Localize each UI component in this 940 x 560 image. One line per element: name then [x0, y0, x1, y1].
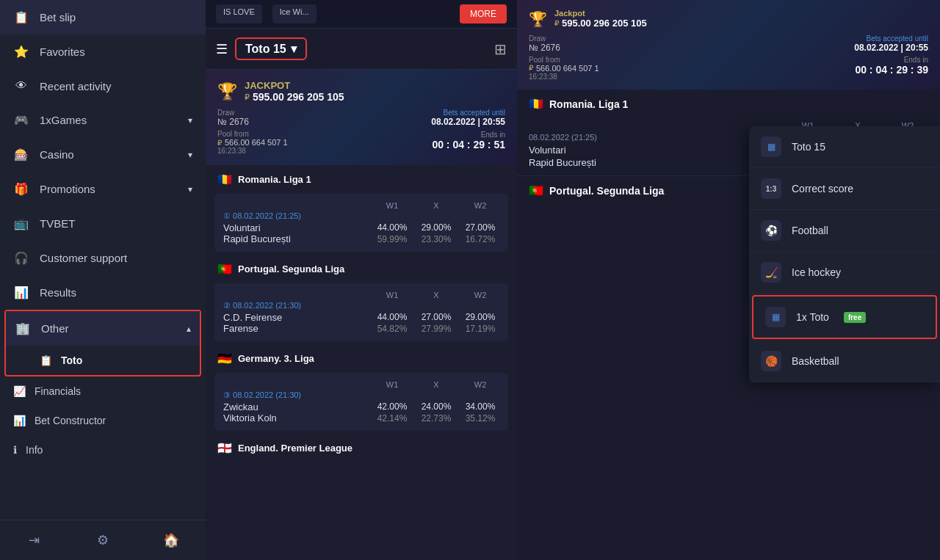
sidebar-label-financials: Financials — [35, 385, 81, 397]
sidebar-item-favorites[interactable]: ⭐ Favorites — [0, 34, 206, 69]
right-jackpot-banner: 🏆 Jackpot ₽ 595.00 296 205 105 Draw № 26… — [517, 0, 940, 90]
sidebar-item-recent-activity[interactable]: 👁 Recent activity — [0, 69, 206, 103]
dropdown-item-correct-score[interactable]: 1:3 Correct score — [749, 168, 940, 210]
ends-time: 00 : 04 : 29 : 51 — [431, 139, 505, 150]
team2-name: Viktoria Koln — [223, 412, 277, 423]
bet-constructor-icon: 📊 — [13, 415, 26, 426]
settings-button[interactable]: ⚙ — [68, 520, 137, 560]
sidebar-item-other[interactable]: 🏢 Other ▴ — [6, 311, 200, 346]
league-name-england: England. Premier League — [238, 443, 352, 454]
dropdown-item-football[interactable]: ⚽ Football — [749, 210, 940, 252]
lock-icon: ₽ — [245, 92, 250, 102]
home-icon: 🏠 — [163, 532, 179, 548]
1x-toto-icon: ▦ — [765, 307, 786, 327]
recent-activity-icon: 👁 — [13, 79, 29, 92]
sidebar-label-other: Other — [41, 322, 69, 335]
dropdown-menu: ▦ Toto 15 1:3 Correct score ⚽ Football 🏒… — [749, 126, 940, 382]
match-card-3: W1 X W2 ③ 08.02.2022 (21:30) Zwickau Vik… — [214, 373, 508, 431]
home-button[interactable]: 🏠 — [137, 520, 206, 560]
england-flag: 🏴󠁧󠁢󠁥󠁮󠁧󠁿 — [217, 441, 232, 455]
sidebar-label-toto: Toto — [61, 354, 82, 366]
more-button[interactable]: MORE — [460, 4, 507, 23]
sidebar-label-bet-constructor: Bet Constructor — [35, 415, 106, 426]
dropdown-item-basketball[interactable]: 🏀 Basketball — [749, 341, 940, 382]
romania-flag-right: 🇷🇴 — [529, 97, 543, 111]
sidebar-item-info[interactable]: ℹ Info — [0, 435, 206, 465]
league-header-germany: 🇩🇪 Germany. 3. Liga — [206, 344, 517, 370]
toto-dropdown-button[interactable]: Toto 15 ▾ — [235, 37, 307, 60]
info-icon: ℹ — [13, 444, 17, 456]
pool-time: 16:23:38 — [217, 147, 288, 155]
w2-val-2: 16.72% — [461, 234, 499, 244]
dropdown-item-ice-hockey[interactable]: 🏒 Ice hockey — [749, 252, 940, 294]
sidebar-label-recent-activity: Recent activity — [40, 80, 112, 92]
financials-icon: 📈 — [13, 385, 26, 397]
league-name-portugal: Portugal. Segunda Liga — [238, 263, 344, 274]
toto15-icon: ▦ — [761, 137, 781, 157]
portugal-flag: 🇵🇹 — [217, 262, 232, 276]
more-btn[interactable]: MORE — [460, 4, 507, 23]
sidebar-item-financials[interactable]: 📈 Financials — [0, 377, 206, 406]
dropdown-label-toto15: Toto 15 — [792, 141, 825, 153]
sidebar-item-customer-support[interactable]: 🎧 Customer support — [0, 241, 206, 275]
sidebar-item-promotions[interactable]: 🎁 Promotions ▾ — [0, 172, 206, 206]
sidebar-item-tvbet[interactable]: 📺 TVBET — [0, 206, 206, 241]
ticker-chip: IS LOVE — [216, 4, 262, 23]
dropdown-item-1x-toto[interactable]: ▦ 1x Toto free — [752, 295, 937, 339]
jackpot-amount-right: 595.00 296 205 105 — [562, 18, 647, 29]
sidebar-item-bet-constructor[interactable]: 📊 Bet Constructor — [0, 406, 206, 435]
sidebar-label-casino: Casino — [40, 148, 74, 161]
basketball-icon: 🏀 — [761, 351, 781, 371]
right-panel-content: 🇷🇴 Romania. Liga 1 W1 X W2 08.02.2022 (2… — [517, 90, 940, 560]
live-ticker: IS LOVE Ice Wi... MORE — [206, 0, 517, 29]
toto-sub-icon: 📋 — [40, 354, 52, 366]
romania-flag: 🇷🇴 — [217, 172, 232, 186]
match-num-1: ① 08.02.2022 (21:25) — [223, 211, 499, 221]
league-header-portugal: 🇵🇹 Portugal. Segunda Liga — [206, 255, 517, 280]
sidebar-label-bet-slip: Bet slip — [40, 11, 76, 23]
pool-amount-right: 566.00 664 507 1 — [536, 64, 599, 73]
draw-label: Draw — [217, 109, 288, 117]
team2-name: Farense — [223, 323, 282, 334]
chevron-down-icon: ▾ — [188, 150, 192, 160]
grid-icon[interactable]: ⊞ — [494, 40, 507, 58]
match-num-2: ② 08.02.2022 (21:30) — [223, 301, 499, 310]
league-header-romania: 🇷🇴 Romania. Liga 1 — [206, 165, 517, 191]
trophy-icon-right: 🏆 — [529, 10, 547, 28]
bets-date: 08.02.2022 | 20:55 — [431, 117, 505, 127]
sidebar-label-info: Info — [26, 444, 43, 456]
sidebar-subitem-toto[interactable]: 📋 Toto — [6, 346, 200, 375]
draw-number-right: № 2676 — [529, 43, 599, 53]
logout-icon: ⇥ — [29, 532, 40, 548]
middle-header: ☰ Toto 15 ▾ ⊞ — [206, 29, 517, 70]
dropdown-item-toto15[interactable]: ▦ Toto 15 — [749, 126, 940, 168]
team2-name: Rapid București — [223, 233, 291, 244]
sidebar-label-tvbet: TVBET — [40, 217, 75, 230]
menu-icon[interactable]: ☰ — [216, 41, 228, 57]
logout-button[interactable]: ⇥ — [0, 520, 68, 560]
x-val: 29.00% — [417, 222, 455, 233]
dropdown-arrow-icon: ▾ — [291, 42, 297, 56]
settings-icon: ⚙ — [97, 532, 109, 548]
sidebar-item-1xgames[interactable]: 🎮 1xGames ▾ — [0, 103, 206, 137]
jackpot-label: Jackpot — [245, 80, 344, 91]
bets-date-right: 08.02.2022 | 20:55 — [854, 43, 928, 53]
bet-slip-icon: 📋 — [13, 10, 29, 24]
right-league-header-romania: 🇷🇴 Romania. Liga 1 — [517, 90, 940, 115]
w1-val: 44.00% — [373, 222, 411, 233]
free-badge: free — [844, 312, 866, 323]
dropdown-label-correct-score: Correct score — [792, 183, 853, 194]
sidebar: 📋 Bet slip ⭐ Favorites 👁 Recent activity… — [0, 0, 206, 560]
match-card-1: W1 X W2 ① 08.02.2022 (21:25) Voluntari R… — [214, 194, 508, 252]
trophy-icon: 🏆 — [217, 82, 237, 101]
w1-header: W1 — [373, 201, 411, 210]
ends-time-right: 00 : 04 : 29 : 39 — [854, 64, 928, 76]
match-num-3: ③ 08.02.2022 (21:30) — [223, 390, 499, 400]
sidebar-bottom: ⇥ ⚙ 🏠 — [0, 520, 206, 560]
sidebar-item-casino[interactable]: 🎰 Casino ▾ — [0, 137, 206, 172]
sidebar-item-results[interactable]: 📊 Results — [0, 275, 206, 310]
toto-label: Toto 15 — [245, 43, 286, 56]
sidebar-item-bet-slip[interactable]: 📋 Bet slip — [0, 0, 206, 34]
middle-panel: IS LOVE Ice Wi... MORE ☰ Toto 15 ▾ ⊞ 🏆 J… — [206, 0, 517, 560]
bets-label: Bets accepted until — [431, 109, 505, 117]
